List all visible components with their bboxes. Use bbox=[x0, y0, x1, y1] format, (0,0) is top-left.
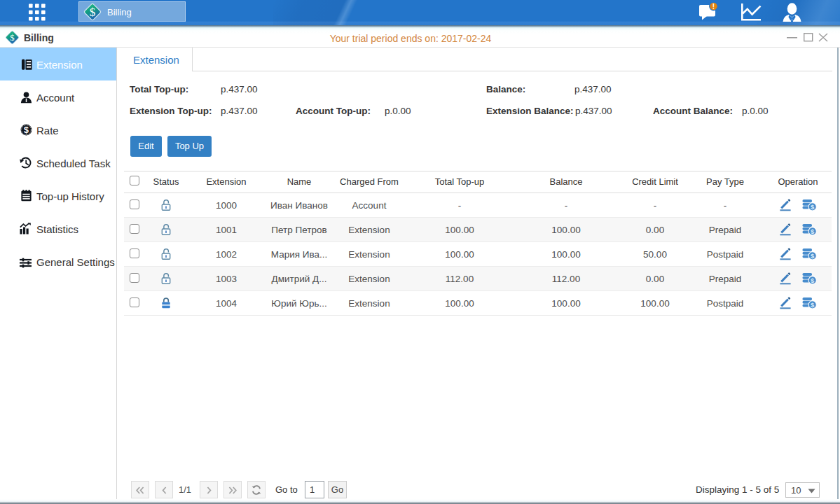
svg-text:!: ! bbox=[712, 3, 715, 10]
svg-text:$: $ bbox=[811, 252, 815, 260]
svg-text:$: $ bbox=[811, 227, 815, 235]
svg-text:$: $ bbox=[24, 125, 29, 135]
svg-text:$: $ bbox=[90, 6, 96, 19]
svg-text:$: $ bbox=[811, 203, 815, 211]
svg-text:$: $ bbox=[811, 276, 815, 284]
svg-text:$: $ bbox=[811, 301, 815, 309]
